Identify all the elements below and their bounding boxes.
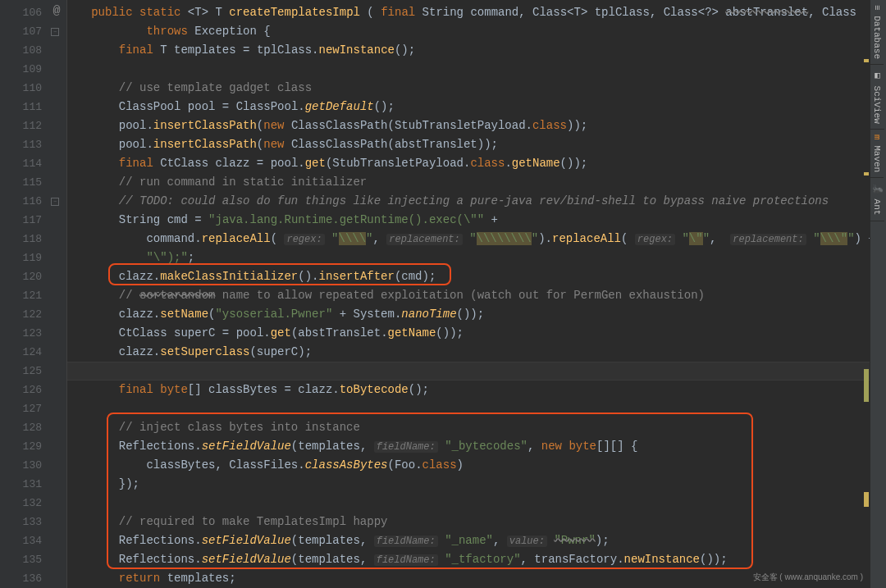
code-line[interactable]: // run command in static initializer bbox=[67, 173, 886, 192]
line-number: 114 bbox=[0, 154, 66, 173]
code-line-current[interactable] bbox=[67, 362, 886, 381]
inlay-hint: replacement: bbox=[386, 234, 462, 245]
line-number: 113 bbox=[0, 135, 66, 154]
code-line[interactable]: classBytes, ClassFiles.classAsBytes(Foo.… bbox=[67, 456, 886, 475]
line-number: 135 bbox=[0, 550, 66, 569]
code-line[interactable]: pool.insertClassPath(new ClassClassPath(… bbox=[67, 135, 886, 154]
code-line[interactable]: clazz.setSuperclass(superC); bbox=[67, 343, 886, 362]
line-number: 115 bbox=[0, 173, 66, 192]
line-number: 116 − bbox=[0, 192, 66, 211]
line-number: 130 bbox=[0, 456, 66, 475]
code-line[interactable]: "\");"; bbox=[67, 248, 886, 267]
line-number: 127 bbox=[0, 399, 66, 418]
line-number: 117 bbox=[0, 211, 66, 230]
code-line[interactable] bbox=[67, 399, 886, 418]
code-line[interactable]: throws Exception { bbox=[67, 22, 886, 41]
inlay-hint: fieldName: bbox=[374, 536, 438, 547]
code-line[interactable]: // TODO: could also do fun things like i… bbox=[67, 192, 886, 211]
line-number: 131 bbox=[0, 475, 66, 494]
line-number: 108 bbox=[0, 41, 66, 60]
code-line[interactable]: CtClass superC = pool.get(abstTranslet.g… bbox=[67, 324, 886, 343]
line-number: 136 bbox=[0, 569, 66, 588]
line-number: 122 bbox=[0, 305, 66, 324]
line-number: 121 bbox=[0, 286, 66, 305]
code-line[interactable]: Reflections.setFieldValue(templates, fie… bbox=[67, 531, 886, 550]
code-line[interactable]: clazz.setName("ysoserial.Pwner" + System… bbox=[67, 305, 886, 324]
code-line[interactable]: final CtClass clazz = pool.get(StubTrans… bbox=[67, 154, 886, 173]
line-number: 128 bbox=[0, 418, 66, 437]
error-stripe-mark[interactable] bbox=[864, 172, 869, 175]
code-line[interactable]: // required to make TemplatesImpl happy bbox=[67, 513, 886, 531]
code-line[interactable]: String cmd = "java.lang.Runtime.getRunti… bbox=[67, 211, 886, 230]
code-line[interactable] bbox=[67, 60, 886, 79]
inlay-hint: fieldName: bbox=[374, 554, 438, 566]
line-number: 125 bbox=[0, 362, 66, 381]
inlay-hint: regex: bbox=[284, 234, 324, 245]
inlay-hint: fieldName: bbox=[374, 441, 438, 453]
line-number: 120 bbox=[0, 267, 66, 286]
code-line[interactable]: }); bbox=[67, 475, 886, 494]
line-number: 110 bbox=[0, 79, 66, 98]
line-number: 107 − bbox=[0, 22, 66, 41]
collapse-icon[interactable]: − bbox=[48, 195, 62, 208]
tool-tab-ant[interactable]: 🐜 Ant bbox=[870, 178, 884, 221]
line-number: 134 bbox=[0, 531, 66, 550]
code-line[interactable] bbox=[67, 494, 886, 513]
code-line[interactable]: Reflections.setFieldValue(templates, fie… bbox=[67, 437, 886, 456]
inlay-hint: value: bbox=[507, 536, 547, 547]
inlay-hint: regex: bbox=[635, 234, 675, 245]
code-area[interactable]: public static <T> T createTemplatesImpl … bbox=[67, 0, 886, 588]
line-number: 124 bbox=[0, 343, 66, 362]
sciview-icon: ◧ bbox=[872, 70, 882, 80]
line-number: 112 bbox=[0, 116, 66, 135]
code-line[interactable]: final byte[] classBytes = clazz.toByteco… bbox=[67, 381, 886, 399]
line-number: 106 @ bbox=[0, 3, 66, 22]
error-stripe-mark[interactable] bbox=[864, 492, 869, 507]
line-number: 129 bbox=[0, 437, 66, 456]
tool-tab-sciview[interactable]: ◧ SciView bbox=[870, 65, 884, 130]
code-line[interactable]: clazz.makeClassInitializer().insertAfter… bbox=[67, 267, 886, 286]
database-icon: ≡ bbox=[872, 5, 882, 11]
gutter: 106 @ 107 − 108 109 110 111 112 113 114 … bbox=[0, 0, 67, 588]
tool-tab-database[interactable]: ≡ Database bbox=[870, 0, 884, 65]
line-number: 109 bbox=[0, 60, 66, 79]
code-line[interactable]: // use template gadget class bbox=[67, 79, 886, 98]
line-number: 133 bbox=[0, 513, 66, 531]
collapse-icon[interactable]: − bbox=[48, 25, 62, 39]
line-number: 118 bbox=[0, 230, 66, 248]
code-line[interactable]: final T templates = tplClass.newInstance… bbox=[67, 41, 886, 60]
code-line[interactable]: // inject class bytes into instance bbox=[67, 418, 886, 437]
code-line[interactable]: pool.insertClassPath(new ClassClassPath(… bbox=[67, 116, 886, 135]
right-tool-sidebar: ≡ Database ◧ SciView m Maven 🐜 Ant bbox=[870, 0, 886, 588]
code-line[interactable]: // sortarandom name to allow repeated ex… bbox=[67, 286, 886, 305]
code-line[interactable]: public static <T> T createTemplatesImpl … bbox=[67, 3, 886, 22]
editor-root: 106 @ 107 − 108 109 110 111 112 113 114 … bbox=[0, 0, 886, 588]
inlay-hint: replacement: bbox=[730, 234, 806, 245]
line-number: 132 bbox=[0, 494, 66, 513]
error-stripe-mark[interactable] bbox=[864, 59, 869, 62]
ant-icon: 🐜 bbox=[872, 183, 882, 194]
code-line[interactable]: Reflections.setFieldValue(templates, fie… bbox=[67, 550, 886, 569]
override-annotation-icon[interactable]: @ bbox=[50, 4, 63, 17]
tool-tab-maven[interactable]: m Maven bbox=[870, 130, 884, 178]
line-number: 126 bbox=[0, 381, 66, 399]
watermark: 安全客 ( www.anquanke.com ) bbox=[753, 572, 864, 583]
line-number: 111 bbox=[0, 98, 66, 116]
line-number: 123 bbox=[0, 324, 66, 343]
code-line[interactable]: command.replaceAll( regex: "\\\\", repla… bbox=[67, 230, 886, 248]
error-stripe-mark[interactable] bbox=[864, 369, 869, 402]
code-line[interactable]: ClassPool pool = ClassPool.getDefault(); bbox=[67, 98, 886, 116]
maven-icon: m bbox=[872, 134, 882, 140]
line-number: 119 bbox=[0, 248, 66, 267]
